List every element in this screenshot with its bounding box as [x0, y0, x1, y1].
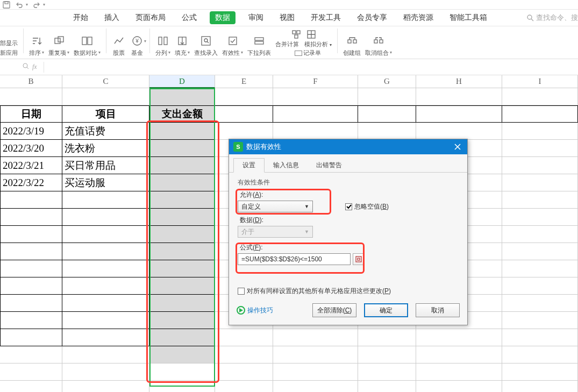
- cell[interactable]: [215, 364, 273, 381]
- cell[interactable]: [358, 105, 416, 123]
- tips-link[interactable]: 操作技巧: [237, 306, 273, 315]
- cell[interactable]: [62, 260, 149, 277]
- cell[interactable]: [273, 346, 358, 364]
- cell[interactable]: [149, 381, 215, 392]
- ignore-blank-checkbox[interactable]: 忽略空值(B): [345, 202, 389, 211]
- dialog-tab-error[interactable]: 出错警告: [308, 159, 351, 172]
- cell[interactable]: [62, 209, 149, 226]
- cell[interactable]: [502, 157, 578, 174]
- cell-date[interactable]: 2022/3/19: [0, 123, 62, 140]
- cell[interactable]: [273, 123, 358, 140]
- range-picker-button[interactable]: [353, 253, 365, 265]
- undo-icon[interactable]: [15, 1, 24, 9]
- cell[interactable]: [149, 346, 215, 364]
- cell[interactable]: [62, 329, 149, 346]
- tab-view[interactable]: 视图: [276, 11, 298, 25]
- cell[interactable]: [502, 88, 578, 105]
- close-button[interactable]: [452, 141, 463, 152]
- cell[interactable]: [416, 329, 502, 346]
- tab-layout[interactable]: 页面布局: [132, 11, 169, 25]
- ribbon-compare[interactable]: 数据对比▾: [74, 34, 101, 58]
- cell[interactable]: [416, 123, 502, 140]
- cell[interactable]: [0, 364, 62, 381]
- col-header-f[interactable]: F: [273, 75, 358, 88]
- ribbon-showall-bottom[interactable]: 新应用: [0, 48, 18, 58]
- cell[interactable]: [149, 277, 215, 295]
- cell[interactable]: [149, 295, 215, 312]
- cell-item[interactable]: 买运动服: [62, 174, 149, 191]
- ribbon-consolidate[interactable]: [291, 30, 301, 39]
- cell[interactable]: [215, 88, 273, 105]
- ribbon-dedup[interactable]: 重复项▾: [48, 34, 69, 58]
- ribbon-validity[interactable]: 有效性▾: [222, 34, 243, 58]
- cell-amount[interactable]: [149, 123, 215, 140]
- cell[interactable]: [502, 312, 578, 329]
- cell[interactable]: [502, 243, 578, 260]
- cell-date[interactable]: 2022/3/22: [0, 174, 62, 191]
- command-search[interactable]: 查找命令、搜: [526, 13, 578, 23]
- cell[interactable]: [273, 364, 358, 381]
- cell[interactable]: [215, 105, 273, 123]
- cell[interactable]: [358, 346, 416, 364]
- tab-data[interactable]: 数据: [210, 11, 236, 24]
- cell[interactable]: [0, 88, 62, 105]
- cell[interactable]: [0, 381, 62, 392]
- cell[interactable]: [0, 312, 62, 329]
- cell[interactable]: [0, 191, 62, 209]
- col-header-b[interactable]: B: [0, 75, 62, 88]
- cell[interactable]: [0, 243, 62, 260]
- cell[interactable]: [273, 105, 358, 123]
- undo-dropdown-icon[interactable]: ▾: [26, 2, 28, 7]
- ribbon-simulate[interactable]: [306, 30, 316, 39]
- cell[interactable]: [0, 209, 62, 226]
- cell[interactable]: [149, 209, 215, 226]
- cell[interactable]: [502, 346, 578, 364]
- cell[interactable]: [502, 209, 578, 226]
- cell[interactable]: [62, 226, 149, 243]
- name-box-search-icon[interactable]: [23, 63, 29, 71]
- ribbon-creategroup[interactable]: 创建组: [343, 34, 361, 58]
- cell[interactable]: [502, 277, 578, 295]
- cell[interactable]: [358, 88, 416, 105]
- cell[interactable]: [0, 260, 62, 277]
- cell[interactable]: [502, 295, 578, 312]
- cell[interactable]: [62, 243, 149, 260]
- redo-icon[interactable]: [32, 1, 41, 9]
- cell[interactable]: [149, 243, 215, 260]
- cell[interactable]: [502, 381, 578, 392]
- tab-docer[interactable]: 稻壳资源: [400, 11, 437, 25]
- cell[interactable]: [62, 364, 149, 381]
- cell[interactable]: [0, 295, 62, 312]
- ribbon-dropdown[interactable]: 下拉列表: [247, 34, 271, 58]
- clear-all-button[interactable]: 全部清除(C): [312, 303, 356, 317]
- cell[interactable]: [416, 381, 502, 392]
- cell[interactable]: [273, 381, 358, 392]
- cell[interactable]: [149, 329, 215, 346]
- dialog-tab-settings[interactable]: 设置: [233, 158, 265, 173]
- cell[interactable]: [149, 88, 215, 105]
- cell[interactable]: [502, 140, 578, 157]
- ribbon-showall-top[interactable]: 部显示: [0, 38, 18, 48]
- cell[interactable]: [215, 346, 273, 364]
- cell[interactable]: [502, 105, 578, 123]
- cell[interactable]: [149, 226, 215, 243]
- ribbon-sort[interactable]: 排序▾: [29, 34, 44, 58]
- cell[interactable]: [502, 364, 578, 381]
- cell[interactable]: [149, 191, 215, 209]
- cell[interactable]: [358, 329, 416, 346]
- ribbon-stock[interactable]: 股票: [112, 34, 126, 58]
- cell[interactable]: [62, 295, 149, 312]
- tab-member[interactable]: 会员专享: [354, 11, 390, 25]
- cell[interactable]: [358, 123, 416, 140]
- cell[interactable]: [62, 88, 149, 105]
- cell[interactable]: [416, 364, 502, 381]
- apply-all-checkbox[interactable]: 对所有同样设置的其他所有单元格应用这些更改(P): [238, 287, 459, 296]
- fx-label[interactable]: fx: [32, 63, 37, 71]
- cell[interactable]: [416, 346, 502, 364]
- col-header-c[interactable]: C: [62, 75, 149, 88]
- cell[interactable]: [0, 226, 62, 243]
- cell[interactable]: [149, 260, 215, 277]
- cell[interactable]: [0, 346, 62, 364]
- col-header-g[interactable]: G: [358, 75, 416, 88]
- cell[interactable]: [502, 226, 578, 243]
